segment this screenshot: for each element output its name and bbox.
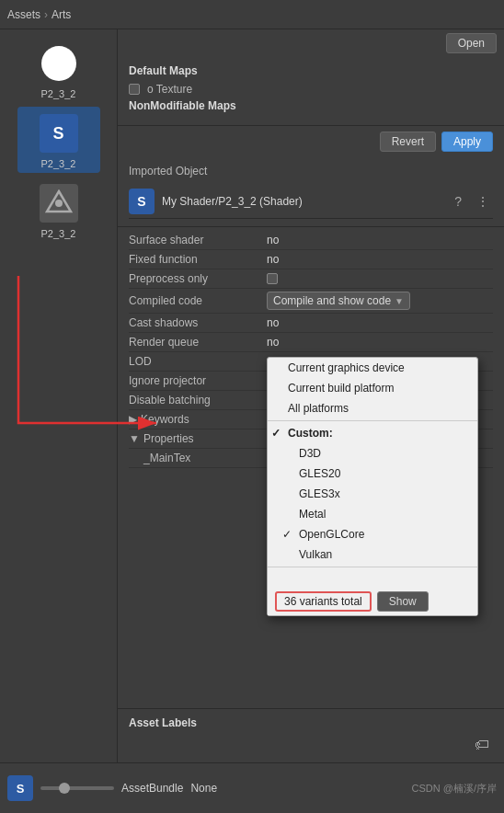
unity-icon-2 (40, 184, 78, 223)
sidebar-item-0[interactable]: P2_3_2 (17, 37, 100, 103)
bottom-slider[interactable] (40, 786, 114, 790)
prop-val-5: no (267, 336, 279, 349)
dropdown-sep-1 (268, 420, 477, 421)
o-texture-row: o Texture (129, 83, 493, 96)
bottom-shader-icon: S (7, 775, 33, 801)
breadcrumb: Assets › Arts (7, 8, 71, 21)
prop-row-render-queue: Render queue no (129, 333, 493, 352)
apply-button[interactable]: Apply (441, 132, 493, 152)
breadcrumb-arts[interactable]: Arts (52, 8, 71, 21)
prop-key-2: Preprocess only (129, 272, 267, 285)
imported-object-title: Imported Object (129, 165, 493, 177)
bottom-bar: S AssetBundle None CSDN @楠溪/序岸 (0, 762, 504, 813)
prop-key-7: Ignore projector (129, 374, 267, 387)
svg-point-1 (55, 200, 63, 207)
sidebar-item-1[interactable]: S P2_3_2 (17, 107, 100, 173)
variants-label: 36 variants total (284, 595, 362, 608)
prop-val-0: no (267, 234, 279, 246)
asset-labels-section: Asset Labels 🏷 (118, 708, 504, 762)
top-bar: Assets › Arts (0, 0, 504, 29)
breadcrumb-assets[interactable]: Assets (7, 8, 40, 21)
dropdown-item-label-0: Current graphics device (288, 361, 405, 374)
dropdown-item-openglcore[interactable]: OpenGLCore (268, 524, 477, 544)
prop-key-8: Disable batching (129, 394, 267, 406)
non-modifiable-label: NonModifiable Maps (129, 99, 493, 112)
open-button[interactable]: Open (446, 33, 497, 53)
dropdown-item-metal[interactable]: Metal (268, 504, 477, 524)
sidebar-item-label-1: P2_3_2 (41, 158, 76, 169)
o-texture-label: o Texture (147, 83, 192, 96)
dropdown-item-custom[interactable]: Custom: (268, 423, 477, 443)
properties-arrow-icon: ▼ (129, 432, 140, 445)
help-icon-button[interactable]: ? (451, 192, 465, 211)
dropdown-item-label-3: Custom: (288, 427, 333, 440)
sidebar-item-label-2: P2_3_2 (41, 228, 76, 239)
more-options-button[interactable]: ⋮ (473, 192, 493, 211)
watermark: CSDN @楠溪/序岸 (412, 782, 497, 796)
shader-icon-small: S (129, 189, 155, 214)
dropdown-item-vulkan[interactable]: Vulkan (268, 544, 477, 565)
prop-row-preprocess: Preprocess only (129, 269, 493, 289)
action-row: Revert Apply (118, 126, 504, 157)
breadcrumb-sep: › (44, 8, 48, 21)
dropdown-arrow-icon: ▼ (395, 296, 404, 306)
prop-row-fixed-function: Fixed function no (129, 250, 493, 269)
open-row: Open (118, 29, 504, 57)
sidebar-item-2[interactable]: P2_3_2 (17, 177, 100, 243)
revert-button[interactable]: Revert (380, 132, 436, 152)
none-label: None (190, 782, 217, 795)
prop-row-compiled-code: Compiled code Compile and show code ▼ (129, 289, 493, 314)
prop-val-1: no (267, 253, 279, 266)
compile-dropdown-trigger[interactable]: Compile and show code ▼ (267, 292, 410, 310)
asset-bundle-label: AssetBundle (121, 782, 183, 795)
preprocess-checkbox[interactable] (267, 273, 278, 284)
show-button[interactable]: Show (377, 591, 429, 612)
prop-val-4: no (267, 316, 279, 329)
prop-key-0: Surface shader (129, 234, 267, 246)
prop-key-6: LOD (129, 355, 267, 368)
asset-icon-2 (36, 180, 82, 226)
shader-name: My Shader/P2_3_2 (Shader) (162, 195, 443, 208)
dropdown-item-d3d[interactable]: D3D (268, 443, 477, 464)
dropdown-item-label-5: GLES20 (299, 467, 340, 480)
keywords-arrow-icon: ▶ (129, 413, 137, 426)
prop-row-surface-shader: Surface shader no (129, 231, 493, 250)
asset-labels-row: 🏷 (129, 735, 493, 755)
dropdown-item-all-platforms[interactable]: All platforms (268, 398, 477, 418)
dropdown-item-current-build[interactable]: Current build platform (268, 378, 477, 398)
keywords-label: Keywords (141, 413, 279, 426)
default-maps-section: Default Maps o Texture NonModifiable Map… (118, 57, 504, 126)
dropdown-item-label-4: D3D (299, 447, 321, 460)
prop-key-1: Fixed function (129, 253, 267, 266)
dropdown-item-label-2: All platforms (288, 402, 349, 415)
properties-collapsible-label: Properties (143, 432, 281, 445)
dropdown-item-gles3x[interactable]: GLES3x (268, 484, 477, 504)
dropdown-item-label-6: GLES3x (299, 487, 340, 500)
bottom-slider-thumb (59, 783, 70, 794)
dropdown-item-label-9: Vulkan (299, 548, 332, 561)
prop-key-5: Render queue (129, 336, 267, 349)
dropdown-item-label-8: OpenGLCore (299, 528, 364, 541)
shader-icon-1: S (40, 114, 78, 153)
variants-row: 36 variants total Show (268, 588, 477, 615)
prop-row-cast-shadows: Cast shadows no (129, 314, 493, 333)
dropdown-item-gles20[interactable]: GLES20 (268, 464, 477, 484)
prop-key-3: Compiled code (129, 294, 267, 307)
shader-row: S My Shader/P2_3_2 (Shader) ? ⋮ (129, 185, 493, 219)
sidebar: P2_3_2 S P2_3_2 P2_3_2 (0, 29, 118, 813)
sidebar-item-label-0: P2_3_2 (41, 88, 76, 99)
asset-icon-1: S (36, 110, 82, 156)
o-texture-checkbox[interactable] (129, 84, 140, 95)
dropdown-item-label-1: Current build platform (288, 382, 394, 395)
prop-key-4: Cast shadows (129, 316, 267, 329)
asset-labels-tag-button[interactable]: 🏷 (471, 735, 493, 755)
dropdown-item-label-7: Metal (299, 508, 326, 521)
main-tex-label: _MainTex (143, 452, 281, 464)
white-circle-icon (41, 46, 76, 81)
dropdown-item-current-graphics[interactable]: Current graphics device (268, 358, 477, 378)
imported-object-section: Imported Object S My Shader/P2_3_2 (Shad… (118, 157, 504, 227)
variants-box: 36 variants total (275, 591, 372, 612)
dropdown-sep-2 (268, 567, 477, 567)
compile-dropdown-menu: Current graphics device Current build pl… (267, 357, 478, 616)
asset-icon-0 (36, 40, 82, 86)
